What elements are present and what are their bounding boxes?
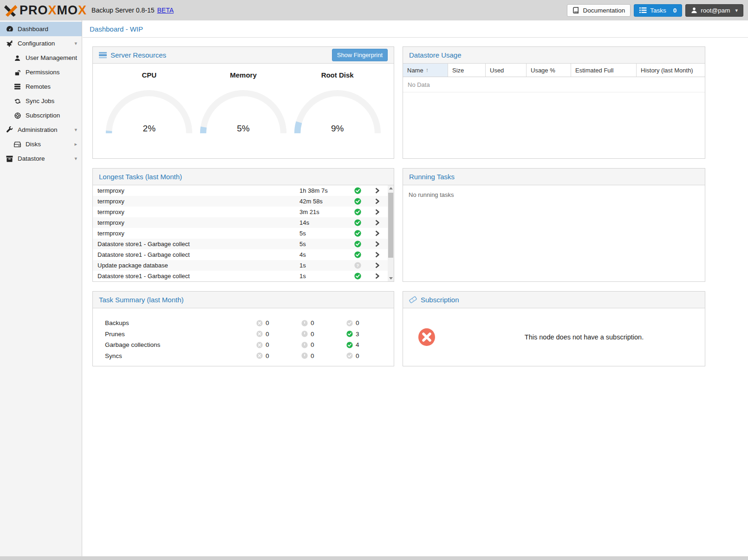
task-summary-row: Prunes 0 0 3 xyxy=(105,329,394,340)
task-row[interactable]: Datastore store1 - Garbage collect 1s ? xyxy=(93,271,388,281)
column-header-history[interactable]: History (last Month) xyxy=(637,64,705,77)
ok-circle-icon xyxy=(346,320,353,326)
sidebar-item-configuration[interactable]: Configuration ▾ xyxy=(0,36,82,51)
ok-count-cell: 0 xyxy=(346,319,391,326)
svg-text:?: ? xyxy=(356,263,358,268)
ok-check-icon xyxy=(354,230,361,237)
memory-gauge-value: 5% xyxy=(199,124,287,134)
server-bars-icon xyxy=(13,84,21,90)
scrollbar[interactable] xyxy=(388,185,394,281)
sidebar-item-sync-jobs[interactable]: Sync Jobs xyxy=(0,94,82,108)
chevron-right-icon[interactable] xyxy=(367,198,388,205)
ok-check-icon xyxy=(354,241,361,247)
tasks-count-badge: 0 xyxy=(673,7,677,14)
task-name: Datastore store1 - Garbage collect xyxy=(98,251,299,258)
chevron-right-icon[interactable] xyxy=(367,230,388,237)
ok-check-icon xyxy=(354,251,361,258)
task-summary-label: Syncs xyxy=(105,352,256,359)
ok-count: 3 xyxy=(356,331,359,338)
collapse-arrow-icon[interactable]: ▾ xyxy=(74,40,77,46)
column-header-estimated-full[interactable]: Estimated Full xyxy=(571,64,637,77)
sidebar: Dashboard Configuration ▾ User Managemen… xyxy=(0,20,82,556)
scroll-down-icon[interactable] xyxy=(388,275,394,281)
task-summary-row: Garbage collections 0 0 4 xyxy=(105,339,394,351)
running-tasks-title: Running Tasks xyxy=(409,173,455,181)
sidebar-item-administration[interactable]: Administration ▾ xyxy=(0,123,82,137)
chevron-right-icon[interactable] xyxy=(367,273,388,280)
sidebar-item-disks[interactable]: Disks ▸ xyxy=(0,137,82,151)
show-fingerprint-button[interactable]: Show Fingerprint xyxy=(332,49,388,61)
warning-circle-icon xyxy=(301,352,308,359)
running-tasks-empty-text: No running tasks xyxy=(403,185,705,198)
task-row[interactable]: Update package database 1s ? xyxy=(93,260,388,271)
sidebar-item-dashboard[interactable]: Dashboard xyxy=(0,22,82,36)
task-row[interactable]: termproxy 5s ? xyxy=(93,228,388,239)
task-summary-label: Prunes xyxy=(105,331,256,338)
task-status-icon: ? xyxy=(348,273,367,280)
task-row[interactable]: Datastore store1 - Garbage collect 4s ? xyxy=(93,249,388,260)
error-count-cell: 0 xyxy=(256,352,301,359)
warning-count: 0 xyxy=(311,319,314,326)
warning-count-cell: 0 xyxy=(301,319,346,326)
task-row[interactable]: Datastore store1 - Garbage collect 5s ? xyxy=(93,239,388,249)
refresh-icon xyxy=(13,98,21,104)
scrollbar-thumb[interactable] xyxy=(388,193,393,258)
collapse-arrow-icon[interactable]: ▾ xyxy=(74,127,77,133)
sidebar-item-remotes[interactable]: Remotes xyxy=(0,79,82,94)
task-status-icon: ? xyxy=(348,262,367,269)
task-row[interactable]: termproxy 14s ? xyxy=(93,217,388,228)
beta-link[interactable]: BETA xyxy=(157,7,174,14)
task-summary-row: Backups 0 0 0 xyxy=(105,318,394,329)
app-title: Backup Server 0.8-15 xyxy=(91,7,154,14)
task-summary-label: Garbage collections xyxy=(105,341,256,348)
task-row[interactable]: termproxy 3m 21s ? xyxy=(93,207,388,217)
expand-arrow-icon[interactable]: ▸ xyxy=(74,141,77,147)
task-row[interactable]: termproxy 42m 58s ? xyxy=(93,196,388,207)
warning-count-cell: 0 xyxy=(301,331,346,338)
task-row[interactable]: termproxy 1h 38m 7s ? xyxy=(93,185,388,196)
warning-circle-icon xyxy=(301,342,308,348)
chevron-right-icon[interactable] xyxy=(367,241,388,247)
ok-check-icon xyxy=(354,198,361,205)
longest-tasks-list: termproxy 1h 38m 7s ? termproxy 42m 58s … xyxy=(93,185,388,281)
column-header-used[interactable]: Used xyxy=(486,64,527,77)
window-bottom-strip xyxy=(0,556,748,560)
scroll-up-icon[interactable] xyxy=(388,185,394,191)
page-title: Dashboard - WIP xyxy=(83,20,748,38)
sidebar-item-permissions[interactable]: Permissions xyxy=(0,65,82,79)
running-tasks-panel: Running Tasks No running tasks xyxy=(403,168,705,282)
chevron-right-icon[interactable] xyxy=(367,262,388,269)
subscription-message: This node does not have a subscription. xyxy=(436,333,705,341)
column-header-name[interactable]: Name ↑ xyxy=(403,64,448,77)
task-summary-panel: Task Summary (last Month) Backups 0 0 0 … xyxy=(92,291,394,366)
collapse-arrow-icon[interactable]: ▾ xyxy=(74,156,77,162)
error-circle-icon xyxy=(256,320,263,326)
task-name: Datastore store1 - Garbage collect xyxy=(98,241,299,247)
tasks-button[interactable]: Tasks 0 xyxy=(634,4,682,17)
chevron-right-icon[interactable] xyxy=(367,219,388,226)
unknown-question-icon: ? xyxy=(354,262,361,269)
sidebar-item-subscription[interactable]: Subscription xyxy=(0,108,82,123)
documentation-button[interactable]: Documentation xyxy=(567,4,631,17)
error-count-cell: 0 xyxy=(256,319,301,326)
task-duration: 42m 58s xyxy=(299,198,348,205)
chevron-right-icon[interactable] xyxy=(367,208,388,215)
tachometer-icon xyxy=(6,26,13,33)
sidebar-item-user-management[interactable]: User Management xyxy=(0,51,82,65)
task-duration: 5s xyxy=(299,230,348,237)
error-count: 0 xyxy=(266,319,269,326)
user-menu-button[interactable]: root@pam ▾ xyxy=(685,4,743,17)
warning-circle-icon xyxy=(301,320,308,326)
chevron-right-icon[interactable] xyxy=(367,251,388,258)
datastore-usage-table-header: Name ↑ Size Used Usage % Estimated Full … xyxy=(403,64,705,77)
task-status-icon: ? xyxy=(348,219,367,226)
unlock-icon xyxy=(13,69,21,76)
column-header-size[interactable]: Size xyxy=(448,64,486,77)
task-duration: 3m 21s xyxy=(299,208,348,215)
chevron-right-icon[interactable] xyxy=(367,187,388,194)
ok-count-cell: 4 xyxy=(346,341,391,348)
sidebar-item-datastore[interactable]: Datastore ▾ xyxy=(0,151,82,166)
column-header-usage[interactable]: Usage % xyxy=(527,64,571,77)
error-count-cell: 0 xyxy=(256,331,301,338)
cpu-gauge-value: 2% xyxy=(105,124,193,134)
